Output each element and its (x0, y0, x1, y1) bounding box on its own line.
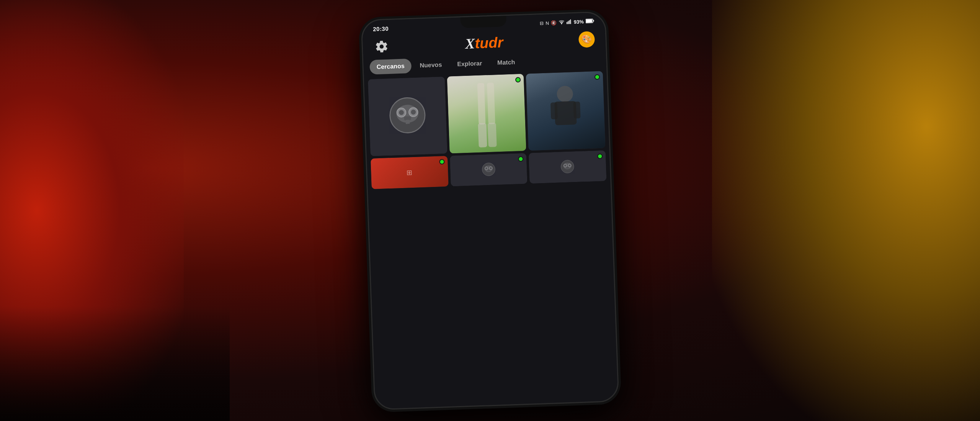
grid-cell-6[interactable] (529, 150, 606, 183)
online-indicator-4 (439, 159, 444, 164)
phone-screen: 20:30 ⊟ N 🔇 (362, 12, 618, 409)
svg-rect-14 (404, 116, 411, 120)
phone-wrapper: 20:30 ⊟ N 🔇 (361, 11, 619, 410)
photo-partial: ⊞ (371, 156, 448, 189)
partial-content-icon: ⊞ (407, 168, 413, 177)
gear-icon (374, 39, 389, 54)
gasmask-icon-2 (465, 159, 512, 179)
svg-rect-7 (593, 20, 594, 21)
man-silhouette (538, 83, 593, 138)
status-time: 20:30 (373, 25, 389, 32)
settings-button[interactable] (373, 38, 390, 54)
grid-cell-1[interactable] (368, 76, 448, 156)
status-right-icons: ⊟ N 🔇 (540, 18, 594, 26)
svg-rect-1 (567, 22, 567, 24)
wifi-icon (559, 19, 565, 26)
user-grid-row2: ⊞ (367, 150, 610, 189)
palette-icon: 🎨 (581, 34, 592, 44)
svg-rect-4 (570, 19, 571, 24)
svg-rect-18 (487, 82, 495, 124)
tab-cercanos[interactable]: Cercanos (369, 58, 412, 74)
gasmask-avatar-1 (368, 76, 448, 156)
phone-body: 20:30 ⊟ N 🔇 (361, 11, 619, 410)
phone-notch (460, 16, 506, 28)
gasmask-avatar-3 (529, 150, 606, 183)
palette-button[interactable]: 🎨 (578, 31, 595, 48)
logo-x-letter: X (465, 35, 475, 52)
svg-rect-3 (569, 20, 570, 24)
grid-cell-5[interactable] (450, 153, 528, 186)
battery-icon (586, 18, 595, 25)
gasmask-avatar-2 (450, 153, 528, 186)
gasmask-icon-1 (382, 90, 433, 142)
gasmask-icon-3 (544, 157, 591, 177)
tab-nuevos[interactable]: Nuevos (413, 57, 449, 73)
legs-silhouette (459, 82, 515, 152)
svg-point-21 (557, 85, 573, 102)
user-grid-row1 (364, 71, 609, 156)
mute-icon: 🔇 (551, 20, 557, 26)
bg-bottom-fade (0, 306, 230, 421)
man-figure (526, 71, 606, 151)
photo-man (526, 71, 606, 151)
app-logo: X tudr (465, 34, 503, 52)
online-indicator-3 (595, 74, 600, 79)
svg-rect-17 (477, 83, 486, 124)
grid-cell-4[interactable]: ⊞ (371, 156, 448, 189)
svg-rect-20 (488, 123, 497, 147)
logo-tudr-text: tudr (475, 34, 503, 52)
signal-icon (567, 19, 572, 25)
grid-cell-2[interactable] (447, 74, 526, 153)
svg-rect-6 (586, 19, 592, 23)
photo-legs (447, 74, 526, 153)
tab-match[interactable]: Match (490, 54, 523, 70)
grid-cell-3[interactable] (526, 71, 606, 151)
svg-rect-24 (573, 102, 581, 118)
battery-percentage: 93% (574, 19, 584, 25)
svg-rect-19 (478, 123, 487, 147)
svg-rect-2 (568, 21, 568, 24)
bg-right-accent (712, 0, 980, 421)
sd-icon: ⊟ (540, 20, 544, 26)
nfc-icon: N (546, 20, 549, 25)
svg-rect-23 (550, 102, 558, 119)
tab-explorar[interactable]: Explorar (450, 56, 489, 71)
